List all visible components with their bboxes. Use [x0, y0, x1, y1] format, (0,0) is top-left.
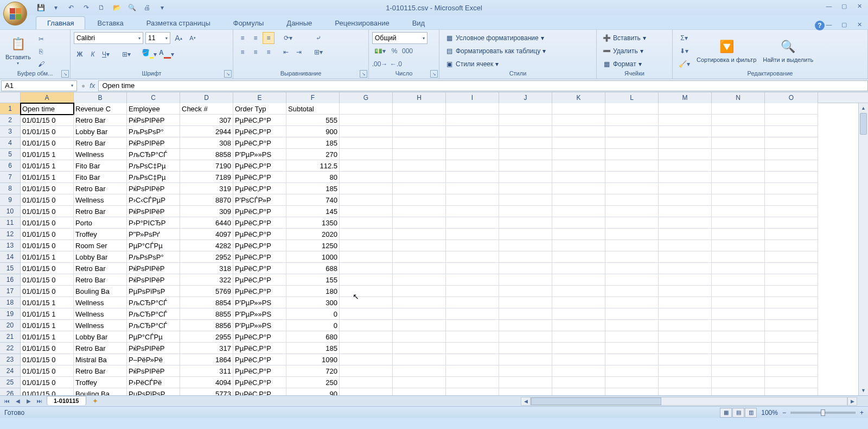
- cell[interactable]: [712, 377, 765, 388]
- cell[interactable]: [605, 274, 659, 286]
- cell[interactable]: [446, 126, 499, 137]
- cell[interactable]: РµР°СЃРµ: [127, 331, 180, 343]
- cell[interactable]: 6440: [180, 217, 233, 229]
- cell[interactable]: [499, 217, 552, 229]
- cell[interactable]: [605, 149, 659, 160]
- row-header-10[interactable]: 10: [0, 206, 21, 217]
- cell[interactable]: 8858: [180, 149, 233, 160]
- cell[interactable]: РµРёС‚Р°Р: [233, 160, 286, 172]
- row-header-24[interactable]: 24: [0, 365, 21, 377]
- cell[interactable]: [659, 194, 712, 206]
- align-center-icon[interactable]: ≡: [250, 46, 261, 58]
- cell[interactable]: [552, 320, 605, 331]
- cell[interactable]: [446, 388, 499, 395]
- formula-input[interactable]: Open time: [98, 80, 868, 91]
- cell[interactable]: [340, 240, 393, 251]
- cell[interactable]: 8854: [180, 297, 233, 308]
- cell[interactable]: [765, 137, 818, 149]
- cell[interactable]: РќРѕРІРёР: [127, 137, 180, 149]
- cell[interactable]: [393, 206, 446, 217]
- grow-font-icon[interactable]: A▴: [173, 32, 184, 44]
- horizontal-scrollbar[interactable]: ◀ ▶: [521, 397, 857, 406]
- cell[interactable]: [446, 240, 499, 251]
- cell[interactable]: [765, 286, 818, 297]
- cell[interactable]: [605, 343, 659, 354]
- cell[interactable]: 7190: [180, 160, 233, 172]
- cell[interactable]: [446, 137, 499, 149]
- row-header-7[interactable]: 7: [0, 172, 21, 183]
- col-header-D[interactable]: D: [180, 92, 233, 103]
- comma-format-icon[interactable]: 000: [401, 45, 413, 57]
- cell[interactable]: Fito Bar: [74, 172, 127, 183]
- cell[interactable]: 270: [286, 149, 340, 160]
- cell[interactable]: [605, 217, 659, 229]
- cell[interactable]: [765, 149, 818, 160]
- cell[interactable]: [446, 308, 499, 320]
- percent-format-icon[interactable]: %: [388, 45, 400, 57]
- cell[interactable]: [552, 172, 605, 183]
- decrease-indent-icon[interactable]: ⇤: [280, 46, 292, 58]
- vertical-scrollbar[interactable]: ▲ ▼: [858, 103, 868, 395]
- cell[interactable]: [499, 286, 552, 297]
- cell[interactable]: [499, 172, 552, 183]
- cell[interactable]: 720: [286, 365, 340, 377]
- cell[interactable]: 01/01/15 0: [21, 274, 74, 286]
- cell[interactable]: [605, 194, 659, 206]
- cell[interactable]: [659, 103, 712, 115]
- cell[interactable]: [340, 365, 393, 377]
- close-button[interactable]: ✕: [853, 1, 866, 11]
- cell[interactable]: Wellness: [74, 320, 127, 331]
- cell[interactable]: РµРёС‚Р°Р: [233, 206, 286, 217]
- cell[interactable]: [393, 137, 446, 149]
- cell[interactable]: [765, 194, 818, 206]
- cell[interactable]: [712, 183, 765, 194]
- col-header-F[interactable]: F: [286, 92, 340, 103]
- cell[interactable]: [552, 194, 605, 206]
- cell[interactable]: [446, 229, 499, 240]
- cell[interactable]: [393, 377, 446, 388]
- cell[interactable]: [552, 377, 605, 388]
- tab-view[interactable]: Вид: [401, 17, 436, 29]
- cell[interactable]: [712, 365, 765, 377]
- cell[interactable]: 01/01/15 0: [21, 137, 74, 149]
- cell[interactable]: [659, 251, 712, 263]
- cell[interactable]: 308: [180, 137, 233, 149]
- cell[interactable]: 555: [286, 115, 340, 126]
- cell[interactable]: [659, 377, 712, 388]
- name-box[interactable]: A1▾: [1, 80, 77, 91]
- cell[interactable]: [499, 365, 552, 377]
- cell[interactable]: [712, 343, 765, 354]
- cell[interactable]: РµРёС‚Р°Р: [233, 240, 286, 251]
- cell[interactable]: [552, 206, 605, 217]
- cell[interactable]: РµРёС‚Р°Р: [233, 137, 286, 149]
- cell[interactable]: [446, 103, 499, 115]
- cell[interactable]: [605, 183, 659, 194]
- cell[interactable]: [659, 308, 712, 320]
- borders-button[interactable]: ⊞▾: [118, 48, 135, 60]
- cell[interactable]: РµРёС‚Р°Р: [233, 251, 286, 263]
- cell[interactable]: 112.5: [286, 160, 340, 172]
- row-header-23[interactable]: 23: [0, 354, 21, 365]
- cell[interactable]: РµРёС‚Р°Р: [233, 229, 286, 240]
- number-format-select[interactable]: Общий▾: [372, 32, 427, 44]
- cell[interactable]: 185: [286, 137, 340, 149]
- cell[interactable]: [712, 149, 765, 160]
- cell[interactable]: [499, 183, 552, 194]
- conditional-formatting-button[interactable]: ▦Условное форматирование ▾: [443, 32, 546, 44]
- cell[interactable]: Retro Bar: [74, 183, 127, 194]
- cell[interactable]: [446, 183, 499, 194]
- cell[interactable]: Р'РѕСЃР»Р: [233, 194, 286, 206]
- cell[interactable]: [340, 160, 393, 172]
- cell[interactable]: 5773: [180, 388, 233, 395]
- row-header-6[interactable]: 6: [0, 160, 21, 172]
- cell[interactable]: [340, 308, 393, 320]
- open-file-icon[interactable]: 📂: [112, 3, 122, 12]
- italic-button[interactable]: К: [87, 48, 99, 60]
- cell[interactable]: [765, 343, 818, 354]
- cell[interactable]: Lobby Bar: [74, 126, 127, 137]
- cell[interactable]: [659, 126, 712, 137]
- row-header-5[interactable]: 5: [0, 149, 21, 160]
- cell[interactable]: [393, 103, 446, 115]
- cell[interactable]: [552, 388, 605, 395]
- cell[interactable]: [712, 354, 765, 365]
